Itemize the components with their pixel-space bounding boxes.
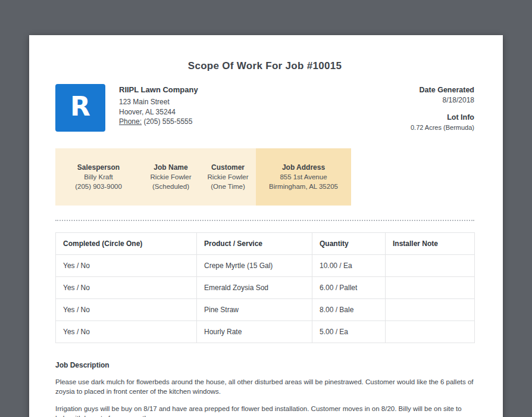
header-quantity: Quantity — [312, 233, 386, 255]
cell-completed: Yes / No — [56, 299, 197, 321]
salesperson-phone: (205) 903-9000 — [60, 182, 137, 191]
page-title: Scope Of Work For Job #10015 — [55, 60, 474, 72]
cell-product: Emerald Zoysia Sod — [197, 277, 312, 299]
customer-label: Customer — [205, 163, 251, 172]
job-address-label: Job Address — [261, 163, 346, 172]
company-block: R RIIPL Lawn Company 123 Main Street Hoo… — [55, 84, 198, 132]
salesperson-label: Salesperson — [60, 163, 137, 172]
salesperson-name: Billy Kraft — [60, 172, 137, 182]
lot-info-label: Lot Info — [411, 113, 474, 123]
table-header-row: Completed (Circle One) Product / Service… — [56, 233, 475, 255]
header-completed: Completed (Circle One) — [56, 233, 197, 255]
table-row: Yes / No Hourly Rate 5.00 / Ea — [56, 321, 475, 343]
cell-quantity: 5.00 / Ea — [312, 321, 386, 343]
job-description-paragraph-2: Irrigation guys will be buy on 8/17 and … — [55, 404, 474, 417]
lot-info-value: 0.72 Acres (Bermuda) — [411, 123, 474, 132]
date-generated-label: Date Generated — [411, 85, 474, 95]
phone-value: (205) 555-5555 — [143, 117, 192, 126]
cell-completed: Yes / No — [56, 321, 197, 343]
header-installer-note: Installer Note — [386, 233, 475, 255]
company-name: RIIPL Lawn Company — [119, 85, 198, 94]
company-address-line2: Hoover, AL 35244 — [119, 107, 198, 117]
document-page: Scope Of Work For Job #10015 R RIIPL Law… — [29, 35, 503, 417]
table-row: Yes / No Crepe Myrtle (15 Gal) 10.00 / E… — [56, 255, 475, 277]
dotted-divider — [55, 220, 474, 221]
phone-label: Phone: — [119, 117, 142, 126]
customer-name: Rickie Fowler — [205, 172, 251, 182]
job-info-band: Salesperson Billy Kraft (205) 903-9000 J… — [55, 148, 474, 206]
info-column-job-name: Job Name Rickie Fowler (Scheduled) — [142, 148, 200, 206]
info-column-job-address: Job Address 855 1st Avenue Birmingham, A… — [256, 148, 351, 206]
logo-letter: R — [70, 94, 90, 120]
info-column-customer: Customer Rickie Fowler (One Time) — [200, 148, 256, 206]
job-name-value: Rickie Fowler — [146, 172, 195, 182]
cell-quantity: 6.00 / Pallet — [312, 277, 386, 299]
job-address-line2: Birmingham, AL 35205 — [261, 182, 346, 191]
header-product-service: Product / Service — [197, 233, 312, 255]
customer-type: (One Time) — [205, 182, 251, 191]
cell-installer-note — [386, 255, 475, 277]
company-logo: R — [55, 84, 105, 132]
meta-block: Date Generated 8/18/2018 Lot Info 0.72 A… — [411, 84, 474, 132]
cell-installer-note — [386, 277, 475, 299]
job-name-label: Job Name — [146, 163, 195, 172]
cell-installer-note — [386, 299, 475, 321]
document-header: R RIIPL Lawn Company 123 Main Street Hoo… — [55, 84, 474, 132]
scope-of-work-table: Completed (Circle One) Product / Service… — [55, 232, 475, 343]
table-row: Yes / No Pine Straw 8.00 / Bale — [56, 299, 475, 321]
cell-completed: Yes / No — [56, 277, 197, 299]
table-row: Yes / No Emerald Zoysia Sod 6.00 / Palle… — [56, 277, 475, 299]
cell-product: Hourly Rate — [197, 321, 312, 343]
cell-quantity: 8.00 / Bale — [312, 299, 386, 321]
date-generated-value: 8/18/2018 — [411, 95, 474, 105]
cell-completed: Yes / No — [56, 255, 197, 277]
job-name-status: (Scheduled) — [146, 182, 195, 191]
cell-quantity: 10.00 / Ea — [312, 255, 386, 277]
cell-installer-note — [386, 321, 475, 343]
job-description-heading: Job Description — [55, 361, 474, 369]
cell-product: Pine Straw — [197, 299, 312, 321]
company-address-line1: 123 Main Street — [119, 97, 198, 107]
job-description-paragraph-1: Please use dark mulch for flowerbeds aro… — [55, 377, 474, 396]
cell-product: Crepe Myrtle (15 Gal) — [197, 255, 312, 277]
info-column-salesperson: Salesperson Billy Kraft (205) 903-9000 — [55, 148, 142, 206]
company-info: RIIPL Lawn Company 123 Main Street Hoove… — [119, 84, 198, 127]
company-phone: Phone: (205) 555-5555 — [119, 117, 198, 127]
backdrop: { "doc": { "title": "Scope Of Work For J… — [0, 0, 532, 417]
job-address-line1: 855 1st Avenue — [261, 172, 346, 182]
